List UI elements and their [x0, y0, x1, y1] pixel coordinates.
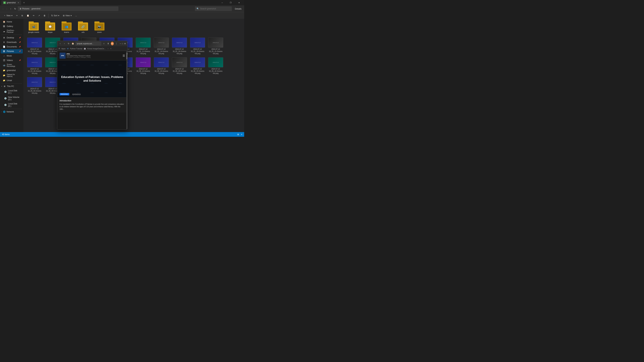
- browser-add-tab[interactable]: +: [110, 48, 111, 50]
- view-details-btn[interactable]: ≡: [241, 133, 242, 136]
- sidebar-item-onedrive[interactable]: ☁ OneDrive - Personal: [1, 29, 23, 34]
- pin2-icon: 📌: [19, 41, 21, 43]
- file-thumb-text: 2024-07-12: [194, 41, 201, 44]
- browser-maximize-button[interactable]: □: [122, 42, 123, 44]
- file-item-19[interactable]: 2024-07-12 2024-07-1216_05_29-Greenshot.…: [171, 57, 188, 75]
- sidebar-item-screen-recordings[interactable]: 📹 Screen Recordings: [1, 63, 23, 68]
- browser-forward-button[interactable]: ›: [63, 41, 66, 45]
- browser-tab-apps[interactable]: Apps: [62, 48, 66, 50]
- file-label: 2024-07-1216_05_24-Greenshot.png: [155, 68, 168, 74]
- sidebar-item-new-volume-d[interactable]: 💿 New Volume (D:): [2, 95, 23, 102]
- back-button[interactable]: ‹: [1, 6, 5, 11]
- sidebar-item-videos[interactable]: 🎬 Videos 📌: [1, 58, 23, 62]
- file-item-18[interactable]: 2024-07-12 2024-07-1216_05_24-Greenshot.…: [153, 57, 170, 75]
- browser-tab-python[interactable]: Python Tutorial: [70, 48, 82, 50]
- share-button[interactable]: ↗: [36, 13, 42, 18]
- refresh-button[interactable]: ↻: [13, 6, 18, 11]
- sidebar-this-pc-label: This PC: [7, 85, 14, 87]
- folder-urls[interactable]: 🔗 urls: [76, 21, 90, 34]
- browser-bookmark-button[interactable]: ☆: [102, 41, 106, 45]
- browser-tab[interactable]: G greenshot ✕: [1, 0, 21, 5]
- sidebar-item-greenshot[interactable]: 📁 greenshot: [1, 68, 23, 72]
- file-item-9[interactable]: 2024-07-12 2024-07-1216_01_19-Greenshot.…: [189, 37, 206, 55]
- delete-button[interactable]: 🗑: [42, 13, 47, 18]
- browser-tabs-more[interactable]: ›: [108, 48, 108, 50]
- minimize-button[interactable]: ─: [218, 0, 226, 5]
- browser-close-button[interactable]: ✕: [124, 42, 126, 45]
- sidebar-item-dataset[interactable]: 📁 Dataset for objects(: [1, 73, 23, 78]
- sidebar-item-documents[interactable]: 📄 Documents 📌: [1, 44, 23, 49]
- file-item-20[interactable]: 2024-07-12 2024-07-1216_06_33-Greenshot.…: [189, 57, 206, 75]
- browser-scrollbar[interactable]: [126, 51, 127, 129]
- sidebar-item-home[interactable]: 🏠 Home: [1, 19, 23, 24]
- restore-button[interactable]: ❐: [227, 0, 234, 5]
- sidebar-this-pc-section[interactable]: ▾ 🖥 This PC: [0, 84, 24, 88]
- details-button[interactable]: Details: [234, 6, 243, 11]
- forward-button[interactable]: ›: [5, 6, 8, 11]
- more-button[interactable]: ...: [74, 13, 79, 18]
- close-button[interactable]: ✕: [235, 0, 243, 5]
- sidebar-item-umair[interactable]: 📁 Umair: [1, 78, 23, 83]
- sidebar-network-section[interactable]: › 🌐 Network: [0, 110, 24, 114]
- browser-download-button[interactable]: ⬇: [106, 41, 110, 45]
- wm18: IPRI: [85, 88, 99, 97]
- browser-menu-button[interactable]: ⋮: [115, 41, 118, 45]
- sidebar-item-desktop[interactable]: 🖥 Desktop 📌: [1, 35, 23, 40]
- file-item-0[interactable]: 2024-07-12 2024-07-1216_00_54-Greenshot.…: [26, 37, 43, 55]
- ipri-logo-area: IPRI IPRI Islamabad Policy Research Inst…: [60, 53, 91, 59]
- browser-tab-keras[interactable]: Keras ImageDataGe...: [88, 48, 106, 50]
- file-item-7[interactable]: 2024-07-12 2024-07-1216_01_14-Greenshot.…: [153, 37, 170, 55]
- breadcrumb-pictures[interactable]: Pictures: [22, 7, 29, 10]
- breadcrumb-greenshot[interactable]: greenshot: [32, 7, 40, 10]
- cut-button[interactable]: ✂: [14, 13, 20, 18]
- sidebar-divider-2: [1, 83, 22, 83]
- browser-back-button[interactable]: ‹: [58, 41, 62, 45]
- browser-avatar[interactable]: AA: [111, 42, 114, 45]
- folder-zoom[interactable]: 📷 zoom: [92, 21, 107, 34]
- file-item-8[interactable]: 2024-07-12 2024-07-1216_01_16-Greenshot.…: [171, 37, 188, 55]
- search-input[interactable]: [200, 7, 230, 10]
- file-label: 2024-07-1216_05_29-Greenshot.png: [173, 68, 186, 74]
- browser-popup: ‹ › ↻ 🏠 ☆ ⬇ AA ⋮ − □ ✕ ⊞ Apps W Python T…: [57, 41, 128, 130]
- folder-teams[interactable]: 👥 teams: [59, 21, 74, 34]
- ipri-menu-icon[interactable]: ☰: [122, 54, 125, 57]
- search-box[interactable]: 🔍: [195, 6, 232, 11]
- sidebar-item-gallery[interactable]: 🖼 Gallery: [1, 24, 23, 28]
- new-tab-button[interactable]: +: [23, 1, 25, 4]
- new-button[interactable]: ＋ New ▾: [2, 13, 14, 18]
- folder-google-meets[interactable]: 📹 google meets: [26, 21, 41, 34]
- file-item-17[interactable]: 2024-07-12 2024-07-1216_05_12-Greenshot.…: [135, 57, 152, 75]
- file-thumbnail: 2024-07-12: [190, 57, 205, 67]
- browser-url-bar[interactable]: [76, 41, 101, 45]
- sidebar-item-pictures[interactable]: 🖼 Pictures 📌: [1, 49, 23, 53]
- tab-close-button[interactable]: ✕: [18, 2, 19, 4]
- file-item-11[interactable]: 2024-07-12 2024-07-1216_03_46-Greenshot.…: [26, 57, 43, 75]
- browser-minimize-button[interactable]: −: [120, 42, 121, 45]
- file-label: 2024-07-1216_01_14-Greenshot.png: [155, 48, 168, 55]
- file-item-21[interactable]: 2024-07-12 2024-07-1216_06_42-Greenshot.…: [207, 57, 224, 75]
- browser-refresh-button[interactable]: ↻: [67, 41, 70, 45]
- file-item-10[interactable]: 2024-07-12 2024-07-1216_01_21-Greenshot.…: [207, 37, 224, 55]
- file-item-6[interactable]: 2024-07-12 2024-07-1216_01_11-Greenshot.…: [135, 37, 152, 55]
- up-button[interactable]: ↑: [9, 6, 13, 11]
- view-icons-btn[interactable]: ⊞: [237, 133, 239, 136]
- sort-button[interactable]: ⇅ Sort ▾: [50, 13, 61, 18]
- sidebar-local-disk-c-label: Local Disk (C:): [8, 89, 21, 94]
- view-button[interactable]: ⊞ View ▾: [61, 13, 73, 18]
- file-thumb-text: 2024-07-12: [158, 61, 165, 64]
- sidebar-item-local-disk-e[interactable]: 💿 Local Disk (E:): [2, 102, 23, 108]
- folder-skype[interactable]: 💬 skype: [42, 21, 58, 34]
- paste-button[interactable]: 📋: [25, 13, 31, 18]
- ipri-org-full: Islamabad Policy Research Institute: [66, 55, 91, 57]
- copy-button[interactable]: ⧉: [20, 13, 25, 18]
- sidebar-item-local-disk-c[interactable]: 💿 Local Disk (C:): [2, 89, 23, 95]
- file-item-22[interactable]: 2024-07-12 2024-07-1216_06_56-Greenshot.…: [26, 76, 43, 95]
- rename-button[interactable]: ✏: [31, 13, 36, 18]
- sidebar-item-music[interactable]: ♪ Music: [1, 54, 23, 58]
- onedrive-icon: ☁: [3, 30, 5, 33]
- sidebar-item-downloads[interactable]: ⬇ Downloads 📌: [1, 40, 23, 44]
- breadcrumb[interactable]: 🖥 Pictures › greenshot ›: [18, 6, 118, 11]
- browser-home-button[interactable]: 🏠: [71, 41, 74, 45]
- sort-chevron-icon: ▾: [58, 14, 59, 17]
- file-content: 📹 google meets 💬 skype 👥 teams 🔗: [24, 19, 244, 132]
